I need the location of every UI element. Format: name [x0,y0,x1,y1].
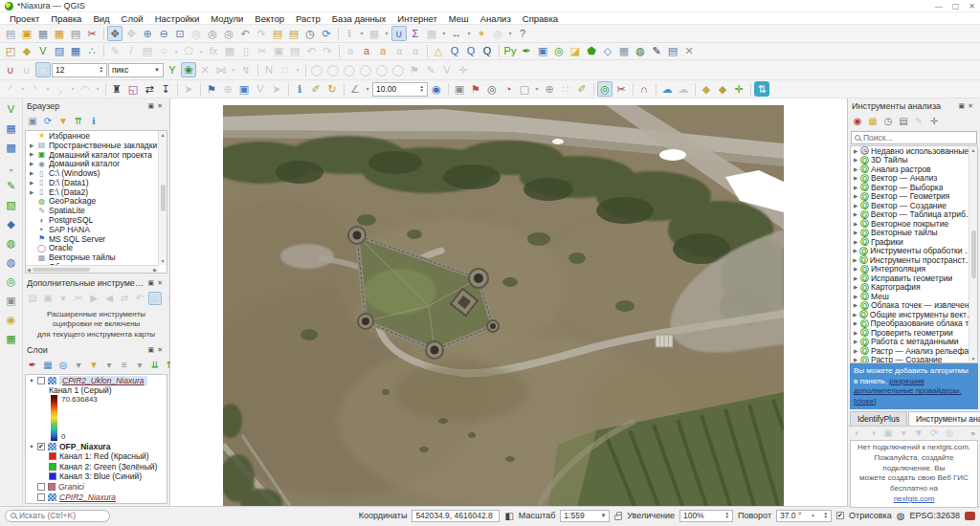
spinner-arrows-icon[interactable]: ▲▼ [724,512,728,520]
toolbar-button[interactable]: ⚑ [468,81,483,97]
algorithm-group[interactable]: ▶ Q 3D Тайлы [851,156,977,165]
toolbar-button[interactable]: ▾ [506,26,514,41]
crs-label[interactable]: EPSG:32638 [909,511,960,520]
expander-icon[interactable]: ▶ [853,166,858,172]
layer-name[interactable]: Granici [58,482,84,492]
menu-item[interactable]: Справка [517,13,564,24]
toolbar-button[interactable] [335,26,341,41]
nextgis-toolbar-button[interactable]: ▾ [897,427,910,440]
toolbar-button[interactable] [174,81,180,97]
add-layer-button[interactable]: „ [4,159,19,174]
algorithm-group[interactable]: ▶ Q Работа с метаданными [851,338,977,347]
toolbar-button[interactable] [630,81,635,97]
close-button[interactable]: ✕ [969,2,975,11]
expander-icon[interactable]: ▶ [29,170,34,176]
toolbar-button[interactable] [590,81,596,97]
toolbar-button[interactable]: ∪ [19,62,34,77]
snap-tolerance-spinbox[interactable]: 12 ▲▼ [52,63,107,77]
toolbar-button[interactable] [424,44,430,59]
expander-icon[interactable]: ▶ [853,239,858,245]
toolbar-button[interactable]: ℹ [292,81,307,97]
browser-item[interactable]: ▶ ◉ Домашний каталог [26,159,167,168]
toolbar-button[interactable]: ∪ [3,62,18,77]
dock-tab[interactable]: IdentifyPlus [850,411,907,426]
toolbar-button[interactable]: ▦ [35,26,51,41]
algorithm-group[interactable]: ▶ Q Исправить геометрии [851,274,977,283]
toolbar-button[interactable]: Y [165,62,180,77]
processing-search[interactable] [851,131,977,144]
toolbar-button[interactable]: a [375,44,390,59]
toolbar-button[interactable]: ◎ [221,26,236,41]
toolbar-button[interactable]: ◆ [715,81,730,97]
toolbar-button[interactable]: ◱ [125,81,141,97]
toolbar-button[interactable]: ◎ [484,81,500,97]
expander-icon[interactable]: ▶ [853,203,858,208]
toolbar-button[interactable] [100,26,106,41]
layers-toolbar-button[interactable]: ⇊ [148,359,162,372]
menu-item[interactable]: Растр [290,13,326,24]
layer-checkbox[interactable] [37,443,45,450]
toolbar-button[interactable]: ▣ [19,26,34,41]
algorithm-group[interactable]: ▶ ◷ Недавно использованные [851,146,977,156]
toolbar-button[interactable]: ◜ [3,81,18,97]
toolbar-button[interactable]: ↔ [449,26,464,41]
add-layer-button[interactable]: ◆ [4,216,19,231]
toolbar-button[interactable]: ⚑ [407,62,422,77]
toolbar-button[interactable]: ▾ [172,44,180,59]
browser-toolbar-button[interactable]: ▼ [56,115,70,128]
toolbar-button[interactable]: a [408,44,423,59]
toolbar-button[interactable] [285,81,291,97]
toolbar-button[interactable]: ▾ [440,26,448,41]
layer-name[interactable]: CPIR2_Niaxura [59,493,116,502]
toolbar-button[interactable]: ▦ [424,26,439,41]
toolbar-button[interactable]: ▣ [271,44,286,59]
menu-item[interactable]: Меш [443,13,475,24]
expander-icon[interactable]: ▶ [853,284,858,290]
render-checkbox[interactable] [836,512,844,519]
toolbar-button[interactable]: ◯ [325,62,341,77]
menu-item[interactable]: Вид [87,13,115,24]
toolbar-button[interactable]: ▣ [236,81,252,97]
expander-icon[interactable]: ▶ [853,230,858,235]
expander-icon[interactable]: ▶ [853,302,858,308]
rotation-spinbox[interactable]: 37.0 ° ◔ ▲▼ [776,510,832,522]
toolbar-button[interactable]: ▤ [270,26,285,41]
algorithm-group[interactable]: ▶ Q Вектор — Геометрия [851,192,977,202]
toolbar-button[interactable]: / [123,44,139,59]
toolbar-button[interactable]: ▾ [364,81,371,97]
digitize-toolbar-button[interactable]: ▶ [87,292,100,305]
toolbar-button[interactable]: ✕ [681,44,697,59]
layer-checkbox[interactable] [37,377,45,384]
browser-item[interactable]: ◍ GeoPackage [26,197,167,207]
menu-item[interactable]: База данных [326,13,392,24]
processing-toolbar-button[interactable]: ◷ [881,115,895,128]
toolbar-button[interactable]: ▦ [616,44,632,59]
toolbar-button[interactable]: ◎ [597,81,612,97]
toolbar-button[interactable]: ⚑ [204,81,219,97]
close-panel-icon[interactable]: ✕ [157,279,166,286]
toolbar-button[interactable]: ⊡ [172,26,188,41]
expander-icon[interactable]: ▶ [853,357,858,362]
toolbar-button[interactable]: ◰ [3,44,18,59]
toolbar-button[interactable]: ▾ [44,81,52,97]
toolbar-button[interactable]: ▾ [69,81,77,97]
browser-item[interactable]: ▦ Векторные тайлы [26,252,167,262]
add-layer-button[interactable]: ▧ [4,197,19,212]
expander-icon[interactable]: ▶ [853,257,858,263]
layer-row[interactable]: ▼ OFP_Niaxura [26,441,167,451]
add-layer-button[interactable]: ◉ [4,312,19,327]
add-layer-button[interactable]: ▣ [4,293,19,308]
add-layer-button[interactable]: ◍ [4,254,19,270]
toolbar-button[interactable]: ▾ [358,26,366,41]
toolbar-button[interactable]: Q [463,44,479,59]
float-panel-icon[interactable]: ▣ [148,346,158,353]
nextgis-toolbar-button[interactable]: ◑ [866,427,880,440]
layers-tree[interactable]: ▼ CPIR2_Uklon_Niaxura Канал 1 (Серый) 70… [25,374,167,504]
toolbar-button[interactable]: ∷ [278,62,293,77]
toolbar-button[interactable]: ☁ [676,81,691,97]
expander-icon[interactable]: ▶ [29,142,34,148]
algorithm-group[interactable]: ▶ Q Анализ растров [851,164,977,174]
toolbar-button[interactable]: ❀ [181,62,196,77]
messages-icon[interactable] [965,512,975,520]
toolbar-button[interactable]: ∠ [347,81,363,97]
